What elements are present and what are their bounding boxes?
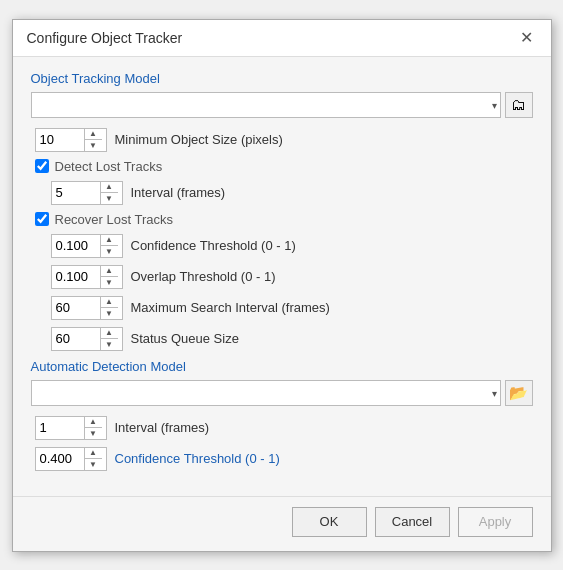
overlap-threshold-up-button[interactable]: ▲ (101, 266, 118, 278)
confidence-threshold-1-row: ▲ ▼ Confidence Threshold (0 - 1) (31, 234, 533, 258)
interval2-arrows: ▲ ▼ (84, 417, 102, 439)
tracking-model-select[interactable] (31, 92, 501, 118)
interval2-spinner[interactable]: ▲ ▼ (35, 416, 107, 440)
interval-input[interactable] (52, 182, 100, 204)
interval2-up-button[interactable]: ▲ (85, 417, 102, 429)
interval2-input[interactable] (36, 417, 84, 439)
confidence-threshold-2-down-button[interactable]: ▼ (85, 459, 102, 470)
interval-up-button[interactable]: ▲ (101, 182, 118, 194)
overlap-threshold-down-button[interactable]: ▼ (101, 277, 118, 288)
max-search-interval-spinner[interactable]: ▲ ▼ (51, 296, 123, 320)
status-queue-down-button[interactable]: ▼ (101, 339, 118, 350)
tracking-model-folder-icon: 🗂 (511, 96, 526, 113)
max-search-interval-arrows: ▲ ▼ (100, 297, 118, 319)
detect-lost-tracks-row: Detect Lost Tracks (31, 159, 533, 174)
overlap-threshold-row: ▲ ▼ Overlap Threshold (0 - 1) (31, 265, 533, 289)
confidence-threshold-2-row: ▲ ▼ Confidence Threshold (0 - 1) (31, 447, 533, 471)
auto-detection-browse-button[interactable]: 📂 (505, 380, 533, 406)
status-queue-label: Status Queue Size (131, 331, 239, 346)
tracking-model-row: ▾ 🗂 (31, 92, 533, 118)
max-search-interval-down-button[interactable]: ▼ (101, 308, 118, 319)
recover-lost-tracks-label: Recover Lost Tracks (55, 212, 174, 227)
interval-row: ▲ ▼ Interval (frames) (31, 181, 533, 205)
title-bar: Configure Object Tracker ✕ (13, 20, 551, 57)
overlap-threshold-input[interactable] (52, 266, 100, 288)
overlap-threshold-arrows: ▲ ▼ (100, 266, 118, 288)
overlap-threshold-spinner[interactable]: ▲ ▼ (51, 265, 123, 289)
configure-object-tracker-dialog: Configure Object Tracker ✕ Object Tracki… (12, 19, 552, 552)
ok-button[interactable]: OK (292, 507, 367, 537)
interval2-down-button[interactable]: ▼ (85, 428, 102, 439)
status-queue-spinner[interactable]: ▲ ▼ (51, 327, 123, 351)
confidence-threshold-2-spinner[interactable]: ▲ ▼ (35, 447, 107, 471)
confidence-threshold-1-up-button[interactable]: ▲ (101, 235, 118, 247)
tracking-model-section-label: Object Tracking Model (31, 71, 533, 86)
confidence-threshold-2-arrows: ▲ ▼ (84, 448, 102, 470)
detect-lost-tracks-label: Detect Lost Tracks (55, 159, 163, 174)
auto-detection-model-select[interactable] (31, 380, 501, 406)
min-object-size-down-button[interactable]: ▼ (85, 140, 102, 151)
close-button[interactable]: ✕ (516, 30, 537, 46)
apply-button[interactable]: Apply (458, 507, 533, 537)
min-object-size-up-button[interactable]: ▲ (85, 129, 102, 141)
tracking-model-browse-button[interactable]: 🗂 (505, 92, 533, 118)
confidence-threshold-1-down-button[interactable]: ▼ (101, 246, 118, 257)
interval-arrows: ▲ ▼ (100, 182, 118, 204)
auto-detection-folder-icon: 📂 (509, 384, 528, 402)
confidence-threshold-1-label: Confidence Threshold (0 - 1) (131, 238, 296, 253)
confidence-threshold-1-input[interactable] (52, 235, 100, 257)
interval-label: Interval (frames) (131, 185, 226, 200)
confidence-threshold-1-arrows: ▲ ▼ (100, 235, 118, 257)
status-queue-row: ▲ ▼ Status Queue Size (31, 327, 533, 351)
status-queue-arrows: ▲ ▼ (100, 328, 118, 350)
status-queue-up-button[interactable]: ▲ (101, 328, 118, 340)
min-object-size-input[interactable] (36, 129, 84, 151)
recover-lost-tracks-checkbox[interactable] (35, 212, 49, 226)
max-search-interval-up-button[interactable]: ▲ (101, 297, 118, 309)
recover-lost-tracks-row: Recover Lost Tracks (31, 212, 533, 227)
status-queue-input[interactable] (52, 328, 100, 350)
dialog-title: Configure Object Tracker (27, 30, 183, 46)
min-object-size-label: Minimum Object Size (pixels) (115, 132, 283, 147)
min-object-size-arrows: ▲ ▼ (84, 129, 102, 151)
confidence-threshold-2-input[interactable] (36, 448, 84, 470)
auto-detection-model-row: ▾ 📂 (31, 380, 533, 406)
auto-detection-model-dropdown-wrap: ▾ (31, 380, 501, 406)
confidence-threshold-1-spinner[interactable]: ▲ ▼ (51, 234, 123, 258)
max-search-interval-row: ▲ ▼ Maximum Search Interval (frames) (31, 296, 533, 320)
confidence-threshold-2-up-button[interactable]: ▲ (85, 448, 102, 460)
interval2-row: ▲ ▼ Interval (frames) (31, 416, 533, 440)
auto-detection-model-label: Automatic Detection Model (31, 359, 533, 374)
detect-lost-tracks-checkbox[interactable] (35, 159, 49, 173)
cancel-button[interactable]: Cancel (375, 507, 450, 537)
max-search-interval-label: Maximum Search Interval (frames) (131, 300, 330, 315)
dialog-footer: OK Cancel Apply (13, 496, 551, 551)
dialog-content: Object Tracking Model ▾ 🗂 ▲ ▼ Minimum (13, 57, 551, 488)
min-object-size-spinner[interactable]: ▲ ▼ (35, 128, 107, 152)
max-search-interval-input[interactable] (52, 297, 100, 319)
tracking-model-dropdown-wrap: ▾ (31, 92, 501, 118)
interval2-label: Interval (frames) (115, 420, 210, 435)
min-object-size-row: ▲ ▼ Minimum Object Size (pixels) (31, 128, 533, 152)
interval-spinner[interactable]: ▲ ▼ (51, 181, 123, 205)
interval-down-button[interactable]: ▼ (101, 193, 118, 204)
confidence-threshold-2-label: Confidence Threshold (0 - 1) (115, 451, 280, 466)
overlap-threshold-label: Overlap Threshold (0 - 1) (131, 269, 276, 284)
